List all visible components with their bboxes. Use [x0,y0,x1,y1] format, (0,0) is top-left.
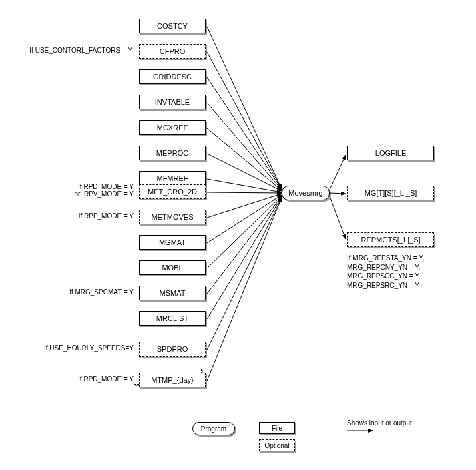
svg-line-12 [207,197,282,319]
svg-line-0 [207,27,282,189]
input-label: MFMREF [156,174,188,182]
svg-line-3 [207,103,282,190]
output-label: LOGFILE [375,149,406,157]
input-mtmp: MTMP_{day} [139,373,206,387]
program-movesmrg: Movesmrg [282,186,330,200]
svg-line-16 [330,193,346,194]
input-label: MRCLIST [156,314,188,322]
input-mrclist: MRCLIST [139,311,206,326]
condition-msmat: If MRG_SPCMAT = Y [40,288,134,296]
input-label: METMOVES [152,213,194,221]
input-cfpro: CFPRO [139,44,206,59]
legend-optional: Optional [259,439,295,451]
svg-line-1 [207,52,282,189]
input-metcro2d: MET_CRO_2D [139,184,206,199]
legend-arrow-label: Shows input or output [347,419,412,427]
input-meproc: MEPROC [139,146,206,160]
svg-line-15 [330,155,346,190]
condition-repmgts: If MRG_REPSTA_YN = Y, MRG_REPCNY_YN = Y,… [347,254,424,290]
diagram-canvas: Movesmrg COSTCY CFPRO If USE_CONTORL_FAC… [0,0,476,470]
svg-line-9 [207,195,282,243]
input-mcxref: MCXREF [139,120,206,135]
input-label: GRIDDESC [153,73,192,81]
legend-file: File [259,422,295,434]
input-msmat: MSMAT [139,286,206,300]
legend-program-label: Program [201,425,226,433]
svg-line-17 [330,196,346,239]
svg-line-6 [207,179,282,192]
input-label: CFPRO [160,47,186,55]
legend-file-label: File [272,425,282,432]
svg-line-4 [207,128,282,190]
svg-line-14 [207,198,282,381]
input-metmoves: METMOVES [139,210,206,224]
input-label: MET_CRO_2D [148,188,197,196]
condition-mtmp: If RPD_MODE = Y [47,375,134,383]
input-label: MCXREF [157,124,188,132]
input-label: MGMAT [159,238,186,246]
condition-cfpro: If USE_CONTORL_FACTORS = Y [7,47,132,54]
svg-line-11 [207,196,282,294]
input-label: SPDPRO [157,345,188,353]
input-costcy: COSTCY [139,19,206,33]
svg-line-7 [207,192,282,193]
input-label: INVTABLE [155,98,190,106]
input-label: MEPROC [156,149,188,157]
svg-line-2 [207,77,282,189]
input-invtable: INVTABLE [139,95,206,109]
input-mgmat: MGMAT [139,235,206,250]
program-label: Movesmrg [288,189,322,197]
svg-line-8 [207,194,282,218]
output-label: REPMGTS[_L|_S] [361,236,420,244]
input-label: MTMP_{day} [151,376,194,384]
input-label: MSMAT [160,289,186,297]
svg-line-10 [207,196,282,268]
condition-metmoves: If RPP_MODE = Y [47,212,134,220]
output-label: MG[T][S][_L|_S] [365,189,417,197]
input-spdpro: SPDPRO [139,342,206,357]
input-label: MOBL [162,264,182,272]
input-griddesc: GRIDDESC [139,69,206,84]
svg-line-5 [207,154,282,191]
input-label: COSTCY [157,22,188,30]
svg-line-13 [207,198,282,350]
output-mgts: MG[T][S][_L|_S] [347,186,434,200]
legend-program: Program [192,422,235,435]
legend-optional-label: Optional [264,442,289,449]
condition-spdpro: If USE_HOURLY_SPEEDS=Y [27,344,134,352]
output-repmgts: REPMGTS[_L|_S] [347,232,434,247]
condition-metcro2d: If RPD_MODE = Y or RPV_MODE = Y [47,183,134,198]
output-logfile: LOGFILE [347,146,434,160]
input-mobl: MOBL [139,260,206,275]
input-mfmref: MFMREF [139,171,206,186]
